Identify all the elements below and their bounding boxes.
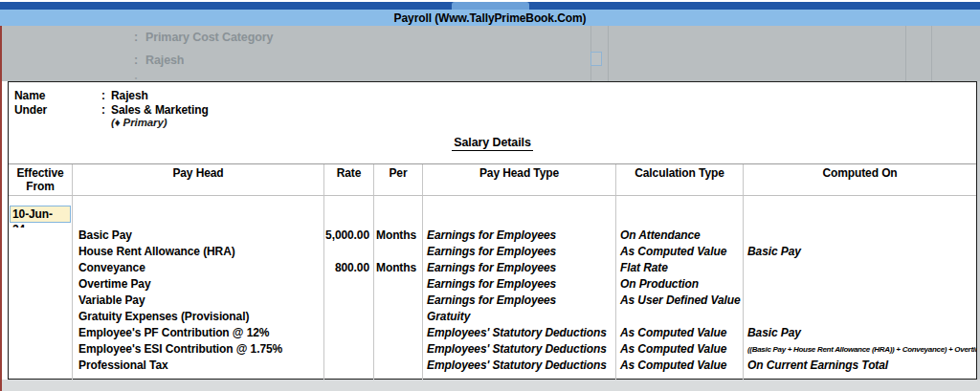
cell-pay-head-type: Employees' Statutory Deductions bbox=[423, 358, 616, 374]
under-label: Under bbox=[14, 103, 101, 117]
cell-pay-head-type: Employees' Statutory Deductions bbox=[423, 341, 616, 358]
background-stray-colon: : bbox=[134, 74, 138, 81]
window-left-edge bbox=[0, 26, 2, 391]
cell-calculation-type: As Computed Value bbox=[616, 325, 744, 341]
cell-per[interactable] bbox=[374, 293, 423, 309]
cell-pay-head[interactable]: Employee's ESI Contribution @ 1.75% bbox=[73, 341, 324, 358]
name-value[interactable]: Rajesh bbox=[111, 89, 148, 102]
table-row[interactable]: Variable Pay Earnings for Employees As U… bbox=[9, 293, 976, 309]
cell-rate[interactable] bbox=[324, 341, 374, 358]
background-divider bbox=[931, 26, 932, 81]
cell-calculation-type: Flat Rate bbox=[616, 260, 744, 276]
background-field-cost-category: : Primary Cost Category bbox=[134, 31, 273, 44]
cell-computed-on bbox=[744, 309, 976, 325]
background-field-value: Rajesh bbox=[145, 54, 184, 67]
under-primary-note: (♦ Primary) bbox=[14, 117, 976, 131]
header-rate: Rate bbox=[324, 164, 374, 196]
cell-per[interactable] bbox=[374, 276, 423, 293]
background-panel: : Primary Cost Category : Rajesh : bbox=[0, 26, 980, 81]
table-row[interactable]: Employee's PF Contribution @ 12% Employe… bbox=[9, 325, 976, 341]
table-row[interactable]: Basic Pay 5,000.00 Months Earnings for E… bbox=[9, 228, 976, 244]
background-field-value: Primary Cost Category bbox=[145, 31, 273, 44]
cell-rate[interactable]: 5,000.00 bbox=[324, 228, 374, 244]
window-tab-notch bbox=[452, 2, 529, 10]
employee-fields: Name : Rajesh Under : Sales & Marketing … bbox=[9, 82, 976, 131]
name-field-row: Name : Rajesh bbox=[14, 88, 976, 102]
window-title: Payroll (Www.TallyPrimeBook.Com) bbox=[394, 11, 587, 25]
table-filler-row bbox=[9, 374, 976, 380]
name-label: Name bbox=[14, 89, 101, 102]
cell-calculation-type: As User Defined Value bbox=[616, 293, 744, 309]
under-field-row: Under : Sales & Marketing bbox=[14, 102, 976, 117]
title-bar: Payroll (Www.TallyPrimeBook.Com) bbox=[0, 10, 980, 26]
cell-pay-head[interactable]: Overtime Pay bbox=[73, 276, 324, 293]
cell-calculation-type: On Attendance bbox=[616, 228, 744, 244]
table-row[interactable]: Employee's ESI Contribution @ 1.75% Empl… bbox=[9, 341, 976, 358]
cell-pay-head-type: Earnings for Employees bbox=[423, 244, 616, 260]
background-field-employee: : Rajesh bbox=[134, 54, 184, 67]
effective-from-input[interactable]: 10-Jun-24_ bbox=[10, 206, 71, 223]
under-value[interactable]: Sales & Marketing bbox=[111, 103, 209, 117]
header-per: Per bbox=[374, 164, 423, 196]
table-row[interactable]: Gratuity Expenses (Provisional) Gratuity bbox=[9, 309, 976, 325]
cell-computed-on bbox=[744, 260, 976, 276]
cell-computed-on bbox=[744, 293, 976, 309]
cell-pay-head-type: Earnings for Employees bbox=[423, 293, 616, 309]
cell-per[interactable]: Months bbox=[374, 228, 423, 244]
background-input-box bbox=[590, 52, 602, 66]
effective-from-row: 10-Jun-24_ bbox=[9, 205, 976, 228]
cell-calculation-type: On Production bbox=[616, 276, 744, 293]
page-title: Salary Details bbox=[9, 136, 976, 151]
cell-calculation-type bbox=[616, 309, 744, 325]
cell-computed-on: On Current Earnings Total bbox=[744, 358, 976, 374]
table-row[interactable]: Professional Tax Employees' Statutory De… bbox=[9, 358, 976, 374]
header-pay-head: Pay Head bbox=[73, 164, 324, 196]
cell-rate[interactable] bbox=[324, 358, 374, 374]
background-divider bbox=[608, 26, 609, 81]
cell-per[interactable] bbox=[374, 325, 423, 341]
cell-computed-on: ((Basic Pay + House Rent Allowance (HRA)… bbox=[744, 341, 976, 358]
cell-computed-on bbox=[744, 228, 976, 244]
table-spacer-row bbox=[9, 196, 976, 205]
table-row[interactable]: Conveyance 800.00 Months Earnings for Em… bbox=[9, 260, 976, 276]
background-divider bbox=[905, 26, 906, 81]
window-bottom-strip bbox=[2, 380, 980, 391]
cell-per[interactable] bbox=[374, 309, 423, 325]
cell-pay-head[interactable]: Variable Pay bbox=[73, 293, 324, 309]
table-header-row: Effective From Pay Head Rate Per Pay Hea… bbox=[9, 164, 976, 196]
cell-pay-head[interactable]: Employee's PF Contribution @ 12% bbox=[73, 325, 324, 341]
header-calculation-type: Calculation Type bbox=[616, 164, 744, 196]
cell-per[interactable]: Months bbox=[374, 260, 423, 276]
cell-pay-head-type: Earnings for Employees bbox=[423, 276, 616, 293]
cell-per[interactable] bbox=[374, 358, 423, 374]
header-effective-from: Effective From bbox=[9, 164, 73, 196]
salary-details-table: Effective From Pay Head Rate Per Pay Hea… bbox=[9, 163, 976, 380]
cell-pay-head[interactable]: Professional Tax bbox=[73, 358, 324, 374]
cell-pay-head[interactable]: Gratuity Expenses (Provisional) bbox=[73, 309, 324, 325]
cell-pay-head-type: Gratuity bbox=[423, 309, 616, 325]
cell-pay-head[interactable]: Basic Pay bbox=[73, 228, 324, 244]
header-pay-head-type: Pay Head Type bbox=[423, 164, 616, 196]
table-row[interactable]: Overtime Pay Earnings for Employees On P… bbox=[9, 276, 976, 293]
cell-rate[interactable] bbox=[324, 293, 374, 309]
header-computed-on: Computed On bbox=[744, 164, 976, 196]
table-row[interactable]: House Rent Allowance (HRA) Earnings for … bbox=[9, 244, 976, 260]
cell-rate[interactable]: 800.00 bbox=[324, 260, 374, 276]
cell-computed-on: Basic Pay bbox=[744, 325, 976, 341]
cell-pay-head-type: Earnings for Employees bbox=[423, 228, 616, 244]
salary-details-dialog: Name : Rajesh Under : Sales & Marketing … bbox=[8, 81, 977, 380]
cell-computed-on: Basic Pay bbox=[744, 244, 976, 260]
cell-pay-head-type: Employees' Statutory Deductions bbox=[423, 325, 616, 341]
cell-per[interactable] bbox=[374, 244, 423, 260]
cell-rate[interactable] bbox=[324, 276, 374, 293]
cell-rate[interactable] bbox=[324, 309, 374, 325]
cell-calculation-type: As Computed Value bbox=[616, 244, 744, 260]
cell-pay-head[interactable]: Conveyance bbox=[73, 260, 324, 276]
cell-pay-head[interactable]: House Rent Allowance (HRA) bbox=[73, 244, 324, 260]
cell-per[interactable] bbox=[374, 341, 423, 358]
cell-rate[interactable] bbox=[324, 244, 374, 260]
cell-computed-on bbox=[744, 276, 976, 293]
window-top-strip bbox=[0, 2, 980, 10]
cell-rate[interactable] bbox=[324, 325, 374, 341]
cell-calculation-type: As Computed Value bbox=[616, 358, 744, 374]
